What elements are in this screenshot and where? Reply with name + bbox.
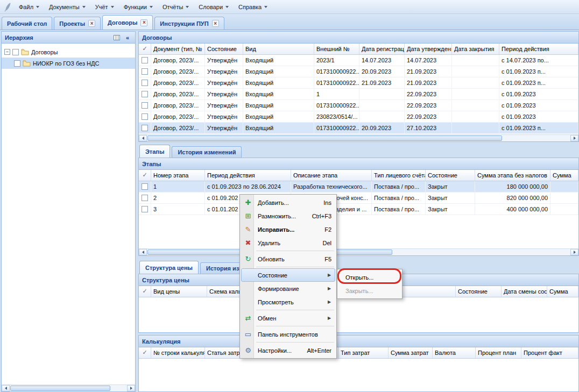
tree-checkbox[interactable] xyxy=(12,49,19,55)
table-row[interactable]: Договор, 2023/...УтверждёнВходящий017310… xyxy=(139,66,578,77)
column-header[interactable]: Состояние xyxy=(456,286,502,297)
menubar-item-1[interactable]: Файл xyxy=(14,0,44,13)
row-checkbox[interactable] xyxy=(142,68,148,75)
column-header[interactable]: Состояние xyxy=(205,44,243,54)
context-menu-item[interactable]: ✖УдалитьDel xyxy=(241,236,335,250)
row-checkbox[interactable] xyxy=(142,195,148,201)
main-tab-1[interactable]: Рабочий стол xyxy=(2,17,52,30)
table-row[interactable]: Договор, 2023/...УтверждёнВходящий017310… xyxy=(139,100,578,111)
table-row[interactable]: Договор, 2023/...УтверждёнВходящий230823… xyxy=(139,111,578,123)
main-tab-3[interactable]: Договоры× xyxy=(102,15,153,30)
scroll-thumb[interactable] xyxy=(147,136,502,141)
table-row[interactable]: 1с 01.09.2023 по 28.06.2024Разработка те… xyxy=(139,181,578,193)
menubar-item-5[interactable]: Отчёты xyxy=(158,0,194,13)
scrollbar-track[interactable] xyxy=(147,249,570,255)
context-menu-item[interactable]: ✎Исправить...F2 xyxy=(241,223,335,236)
scroll-left-icon[interactable] xyxy=(2,385,10,391)
tree-node[interactable]: −Договоры xyxy=(2,46,135,58)
horizontal-scrollbar[interactable] xyxy=(139,134,578,141)
scroll-right-icon[interactable] xyxy=(570,249,578,255)
scroll-left-icon[interactable] xyxy=(139,249,147,255)
table-row[interactable]: Договор, 2023/...УтверждёнВходящий2023/1… xyxy=(139,55,578,66)
context-menu-item[interactable]: Формирование▶ xyxy=(241,282,335,295)
select-all-header[interactable]: ✓ xyxy=(139,170,151,181)
row-checkbox[interactable] xyxy=(142,102,148,109)
column-header[interactable]: Состояние xyxy=(426,170,475,181)
menubar-item-6[interactable]: Словари xyxy=(194,0,234,13)
stages-tab-2[interactable]: История изменений xyxy=(172,146,242,158)
row-checkbox[interactable] xyxy=(142,183,148,190)
tree-node[interactable]: НИОКР по ГОЗ без НДС xyxy=(2,58,135,69)
context-menu-item[interactable]: ▭Панель инструментов xyxy=(241,327,335,341)
select-all-header[interactable]: ✓ xyxy=(139,286,151,297)
context-menu-item[interactable]: Просмотреть▶ xyxy=(241,295,335,309)
submenu-item[interactable]: Открыть... xyxy=(338,270,401,284)
menubar-item-7[interactable]: Справка xyxy=(234,0,272,13)
column-header[interactable]: Дата утверждения xyxy=(405,44,452,54)
table-row[interactable]: 2с 01.09.202Разработка рабочей конс...По… xyxy=(139,193,578,204)
column-header[interactable]: Тип лицевого счёта xyxy=(372,170,426,181)
select-all-header[interactable]: ✓ xyxy=(139,347,151,358)
column-header[interactable]: Тип затрат xyxy=(338,347,389,358)
column-header[interactable]: № строки калькуляции xyxy=(151,347,205,358)
row-checkbox[interactable] xyxy=(142,57,148,63)
table-row[interactable]: Договор, 2023/...УтверждёнВходящий122.09… xyxy=(139,89,578,100)
column-header[interactable]: Внешний № xyxy=(314,44,359,54)
scroll-thumb[interactable] xyxy=(10,386,110,391)
column-header[interactable]: Вид xyxy=(243,44,314,54)
row-checkbox[interactable] xyxy=(142,91,148,97)
column-header[interactable]: Номер этапа xyxy=(151,170,205,181)
price-tab-1[interactable]: Структура цены xyxy=(139,261,199,274)
main-tab-4[interactable]: Инструкции ПУП× xyxy=(154,17,224,30)
context-menu-item[interactable]: Состояние▶ xyxy=(241,268,335,282)
close-icon[interactable]: × xyxy=(212,20,219,27)
scroll-left-icon[interactable] xyxy=(139,135,147,141)
row-checkbox[interactable] xyxy=(142,125,148,131)
column-header[interactable]: Процент план xyxy=(476,347,521,358)
calculation-grid-body xyxy=(139,359,578,391)
context-menu-item[interactable]: ↻ОбновитьF5 xyxy=(241,252,335,266)
close-icon[interactable]: × xyxy=(140,19,147,26)
context-menu-item[interactable]: ⊞Размножить...Ctrl+F3 xyxy=(241,209,335,223)
close-icon[interactable]: × xyxy=(88,20,95,27)
row-checkbox[interactable] xyxy=(142,206,148,212)
main-tab-2[interactable]: Проекты× xyxy=(54,17,101,30)
column-header[interactable]: Период действия xyxy=(205,170,291,181)
column-header[interactable]: Дата закрытия xyxy=(452,44,499,54)
select-all-header[interactable]: ✓ xyxy=(139,44,151,54)
scrollbar-track[interactable] xyxy=(147,135,570,141)
column-header[interactable]: Сумма xyxy=(550,170,578,181)
column-header[interactable]: Документ (тип, № xyxy=(151,44,205,54)
column-header[interactable]: Валюта xyxy=(433,347,476,358)
horizontal-scrollbar[interactable] xyxy=(139,248,578,255)
context-menu-item[interactable]: ⇄Обмен▶ xyxy=(241,311,335,325)
scroll-right-icon[interactable] xyxy=(127,385,135,391)
horizontal-scrollbar[interactable] xyxy=(2,384,135,391)
column-header[interactable]: Процент факт xyxy=(521,347,578,358)
scroll-right-icon[interactable] xyxy=(570,135,578,141)
context-menu-item[interactable]: ✚Добавить...Ins xyxy=(241,196,335,209)
collapse-panel-icon[interactable]: « xyxy=(123,33,132,41)
grid-view-icon[interactable] xyxy=(112,33,121,41)
row-checkbox[interactable] xyxy=(142,113,148,120)
context-menu-item[interactable]: ⚙Настройки...Alt+Enter xyxy=(241,344,335,357)
menubar-item-2[interactable]: Документы xyxy=(44,0,90,13)
scrollbar-track[interactable] xyxy=(10,385,127,391)
table-row[interactable]: Договор, 2023/...УтверждёнВходящий017310… xyxy=(139,77,578,89)
column-header[interactable]: Сумма этапа без налогов xyxy=(475,170,550,181)
table-row[interactable]: Договор, 2023/...УтверждёнВходящий017310… xyxy=(139,123,578,134)
column-header[interactable]: Период действия xyxy=(499,44,578,54)
row-checkbox[interactable] xyxy=(142,80,148,86)
menubar-item-4[interactable]: Функции xyxy=(119,0,158,13)
stages-tab-1[interactable]: Этапы xyxy=(139,145,170,158)
column-header[interactable]: Дата смены состояния xyxy=(502,286,547,297)
table-row[interactable]: 3с 01.01.202Изготовление изделия и ...По… xyxy=(139,204,578,215)
expand-toggle[interactable]: − xyxy=(4,49,10,55)
column-header[interactable]: Сумма xyxy=(547,286,578,297)
menubar-item-3[interactable]: Учёт xyxy=(90,0,119,13)
column-header[interactable]: Сумма затрат xyxy=(389,347,433,358)
tree-checkbox[interactable] xyxy=(14,60,20,67)
column-header[interactable]: Дата регистрации xyxy=(359,44,405,54)
column-header[interactable]: Описание этапа xyxy=(291,170,372,181)
column-header[interactable]: Вид цены xyxy=(151,286,207,297)
